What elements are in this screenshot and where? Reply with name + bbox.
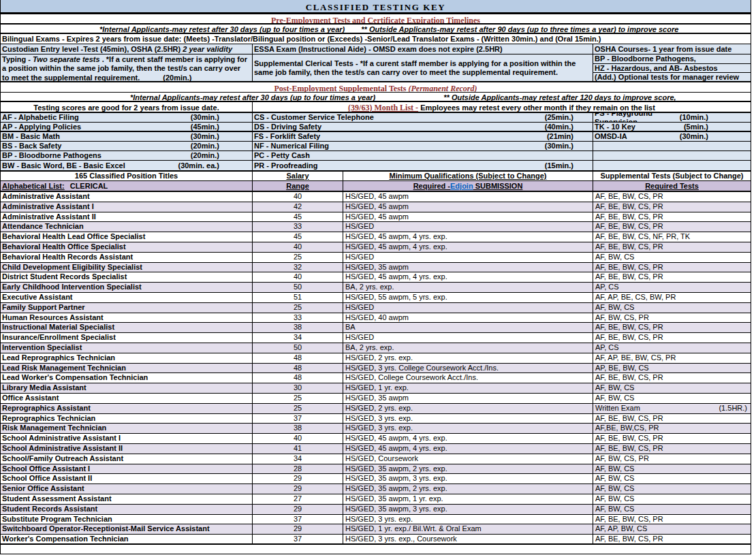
table-row: Human Resources Assistant33HS/GED, 40 aw… [1,313,751,323]
required-tests: AF, BE, BW, CS, PR [593,515,751,524]
salary-range: 37 [253,515,343,524]
test-key-cell: BP - Bloodborne Pathogens(20min.) [1,151,253,160]
minimum-qualifications: HS/GED, 2 yrs. exp. [343,404,593,413]
test-key-row: BW - Basic Word, BE - Basic Excel(30min.… [1,161,751,170]
test-duration: (30min.) [191,113,219,122]
salary-range: 50 [253,283,343,292]
test-duration: (45min.) [191,123,219,131]
header-salary-text: Salary [286,172,309,180]
minimum-qualifications: HS/GED [343,253,593,262]
retest-text: to improve score [616,25,679,33]
custodian-typing-cell: Custodian Entry level -Test (45min), OSH… [1,44,253,81]
salary-range: 48 [253,364,343,373]
alphabetical-list-cell: Alphabetical List:CLERICAL [1,181,253,191]
test-name: FS - Forklift Safety [254,132,320,141]
test-duration: (21min) [547,132,573,141]
minimum-qualifications: HS/GED [343,333,593,343]
test-key-cell [593,161,751,170]
table-row: Early Childhood Intervention Specialist5… [1,283,751,293]
positions-table-body: Administrative Assistant40HS/GED, 45 awp… [1,192,751,545]
salary-range: 25 [253,253,343,262]
test-duration: (30min. ea.) [178,161,219,170]
salary-range: 29 [253,524,343,534]
table-row: Senior Office Assistant29HS/GED, 35 awpm… [1,484,751,494]
salary-range: 48 [253,373,343,383]
required-suffix: SUBMISSION [473,182,523,190]
retest-text: (up to four times a year) [288,93,375,101]
position-title: Administrative Assistant II [1,212,253,222]
test-key-cell: BW - Basic Word, BE - Basic Excel(30min.… [1,161,253,170]
required-tests: AF, BW, CS [593,303,751,313]
edjoin-link[interactable]: Edjoin [450,182,473,190]
required-tests: AF, BW, CS [593,394,751,403]
test-name: BS - Back Safety [2,142,61,150]
retest-text: ** Outside Applicants-may retest after [443,93,580,101]
custodian-text: Custodian Entry level -Test (45min), OSH… [2,45,180,53]
table-row: Risk Management Technician38HS/GED, 3 yr… [1,424,751,434]
test-key-cell: OMSD-IA(30min.) [593,132,751,141]
required-tests-cell: Required Tests [593,181,751,191]
minimum-qualifications: HS/GED, 3 yrs. exp. [343,414,593,424]
salary-range: 48 [253,353,343,363]
test-name: BP - Bloodborne Pathogens [2,151,101,160]
minimum-qualifications: HS/GED, 45 awpm [343,192,593,202]
positions-table-subheader: Alphabetical List:CLERICAL Range Require… [1,181,751,192]
table-row: Student Records Assistant29HS/GED, 35 aw… [1,505,751,515]
test-duration: (25min.) [545,113,573,122]
salary-range: 29 [253,484,343,494]
test-key-cell [593,151,751,160]
test-duration: (15min.) [545,161,573,170]
position-title: Office Assistant [1,394,253,403]
test-name: AF - Alphabetic Filing [2,113,79,122]
required-tests: AF, BW, CS [593,474,751,483]
table-row: School Office Assistant II29HS/GED, 35 a… [1,474,751,484]
custodian-validity: 2 year validity [180,45,232,53]
table-row: Lead Reprographics Technician48HS/GED, 2… [1,353,751,364]
test-duration: (30min.) [680,132,708,141]
month-list-label: (39/63) Month List - [348,103,418,112]
minimum-qualifications: HS/GED, 35 awpm, 2 yrs. exp. [343,484,593,494]
table-row: Office Assistant25HS/GED, 35 awpmAF, BW,… [1,394,751,404]
required-tests: AP, CS [593,343,751,353]
test-name: BW - Basic Word, BE - Basic Excel [2,161,125,170]
osha-courses-title: OSHA Courses- 1 year from issue date [593,44,751,54]
retest-text: *Internal Applicants-may retest after [99,25,230,33]
minimum-qualifications: HS/GED, 3 yrs. College Coursework Acct./… [343,364,593,373]
typing-duration: (20min.) [140,74,191,81]
salary-range: 45 [253,212,343,222]
required-tests: AF,BE, BW,CS, PR [593,424,751,433]
table-row: Worker's Compensation Technician37HS/GED… [1,535,751,545]
test-key-table: AF - Alphabetic Filing(30min.)CS - Custo… [1,113,751,172]
bilingual-text: - Expires 2 years from issue date: (Meet… [60,35,601,43]
salary-range: 30 [253,383,343,393]
required-tests: Written Exam(1.5HR.) [593,404,751,413]
osha-courses-cell: OSHA Courses- 1 year from issue date BP … [593,44,751,81]
minimum-qualifications: HS/GED, 45 awpm [343,212,593,222]
required-prefix: Required - [413,182,450,190]
salary-range: 51 [253,293,343,302]
test-key-cell: AF - Alphabetic Filing(30min.) [1,113,253,122]
alphabetical-list-label: Alphabetical List: [2,182,65,190]
post-heading-permanent-record: (Permanent Record) [409,84,477,93]
position-title: Student Assessment Assistant [1,494,253,504]
test-duration: (20min.) [191,151,219,160]
salary-range: 38 [253,323,343,332]
required-tests: AF, BE, BW, CS, PR [593,222,751,232]
minimum-qualifications: HS/GED, 45 awpm, 4 yrs. exp. [343,434,593,443]
required-tests: AF, BE, BW, CS, PR [593,272,751,282]
post-employment-section-heading: Post-Employment Supplemental Tests (Perm… [1,82,751,93]
month-list-text: Employees may retest every other month i… [418,104,655,112]
test-duration: (30min.) [191,132,219,141]
outside-applicants-note: ** Outside Applicants-may retest after 1… [443,93,676,101]
table-row: Switchboard Operator-Receptionist-Mail S… [1,524,751,535]
month-list-note: (39/63) Month List - Employees may retes… [253,102,751,113]
position-title: Reprographics Technician [1,414,253,424]
scores-validity-note: Testing scores are good for 2 years from… [1,102,253,113]
position-title: Attendance Technician [1,222,253,232]
retest-days-underline: 30 days [230,25,257,33]
position-title: Human Resources Assistant [1,313,253,323]
internal-applicants-note: *Internal Applicants-may retest after 30… [99,25,345,33]
required-tests: AF, BW, CS [593,484,751,494]
minimum-qualifications: HS/GED, 45 awpm, 4 yrs. exp. [343,272,593,282]
required-tests: AF, BE, BW, CS, PR [593,212,751,222]
